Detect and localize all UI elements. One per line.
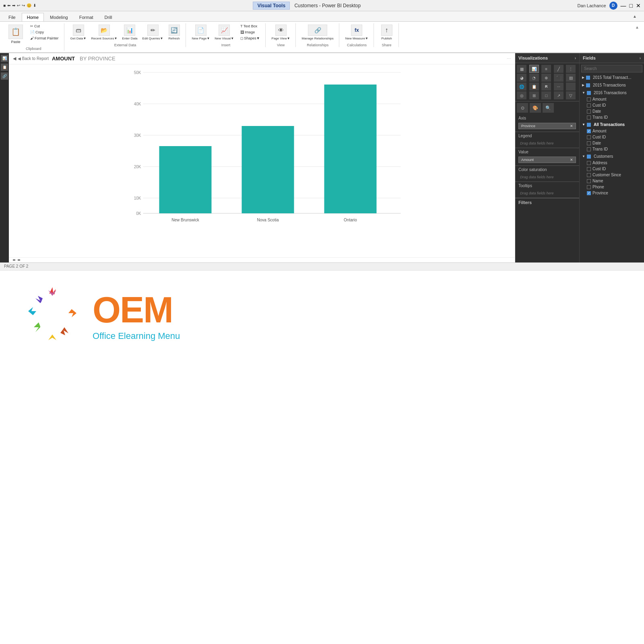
sidebar-icon-relationships[interactable]: 🔗: [1, 72, 8, 80]
field-customers-address[interactable]: Address: [580, 160, 644, 166]
field-group-2016-transactions-header[interactable]: ▼ 2016 Transactions: [580, 89, 644, 96]
field-all-amount[interactable]: ✓ Amount: [580, 128, 644, 134]
field-2016-amount[interactable]: Amount: [580, 96, 644, 102]
viz-ribbon[interactable]: ◕: [517, 74, 526, 82]
format-painter-button[interactable]: 🖌Format Painter: [28, 35, 61, 41]
field-2016-trans-id[interactable]: Trans ID: [580, 114, 644, 120]
field-group-2015-transactions-header[interactable]: ▶ 2015 Transactions: [580, 82, 644, 89]
viz-pie[interactable]: ⬛: [554, 74, 564, 82]
field-group-all-transactions-header[interactable]: ▼ All Transactions: [580, 121, 644, 128]
viz-scatter[interactable]: ⊕: [541, 74, 551, 82]
field-customers-phone-checkbox[interactable]: [587, 185, 591, 189]
field-customers-customer-since-checkbox[interactable]: [587, 173, 591, 177]
analytics-tool[interactable]: 🔍: [543, 103, 554, 113]
back-to-report-button[interactable]: ◀ ◀ Back to Report: [13, 56, 49, 61]
color-saturation-header: Color saturation: [515, 166, 579, 173]
amount-field-pill[interactable]: Amount ✕: [518, 157, 576, 163]
recent-sources-button[interactable]: 📂 Recent Sources▼: [89, 23, 119, 41]
cut-button[interactable]: ✂Cut: [28, 23, 61, 29]
remove-province-icon[interactable]: ✕: [570, 124, 573, 128]
viz-stacked-column[interactable]: ≡: [541, 65, 551, 73]
new-measure-button[interactable]: fx New Measure▼: [343, 23, 370, 41]
field-group-2015-total-header[interactable]: ▶ 2015 Total Transact...: [580, 74, 644, 81]
publish-button[interactable]: ↑ Publish: [379, 23, 395, 41]
sidebar-icon-report[interactable]: 📊: [1, 55, 8, 62]
viz-clustered-bar[interactable]: 📊: [529, 65, 539, 73]
manage-relationships-button[interactable]: 🔗 Manage Relationships: [300, 23, 336, 41]
chart-options-icon[interactable]: ⋯: [507, 56, 511, 61]
maximize-button[interactable]: □: [630, 2, 633, 9]
axis-header: Axis: [515, 114, 579, 122]
minimize-button[interactable]: —: [621, 2, 626, 9]
viz-card[interactable]: □: [541, 91, 551, 99]
field-2016-cust-id-checkbox[interactable]: [587, 103, 591, 107]
field-customers-customer-since[interactable]: Customer Since: [580, 172, 644, 178]
format-tool[interactable]: 🎨: [530, 103, 541, 113]
tab-file[interactable]: File: [3, 13, 21, 21]
enter-data-button[interactable]: 📊 Enter Data: [120, 23, 139, 41]
refresh-button[interactable]: 🔄 Refresh: [166, 23, 182, 41]
tab-format[interactable]: Format: [74, 13, 99, 21]
viz-filled-map[interactable]: ⊞: [529, 91, 539, 99]
viz-donut[interactable]: ▤: [566, 74, 576, 82]
field-customers-cust-id[interactable]: Cust ID: [580, 166, 644, 172]
tab-modeling[interactable]: Modeling: [45, 13, 73, 21]
viz-funnel[interactable]: ▽: [566, 91, 576, 99]
new-page-button[interactable]: 📄 New Page▼: [190, 23, 212, 41]
viz-more[interactable]: ···: [554, 83, 564, 91]
bar-new-brunswick[interactable]: [159, 146, 212, 213]
remove-amount-icon[interactable]: ✕: [570, 158, 573, 162]
field-customers-name[interactable]: Name: [580, 178, 644, 184]
paste-button[interactable]: 📋 Paste: [6, 23, 25, 45]
field-all-cust-id[interactable]: Cust ID: [580, 134, 644, 140]
page-view-button[interactable]: 👁 Page View▼: [270, 23, 292, 41]
copy-button[interactable]: 📄Copy: [28, 29, 61, 35]
expand-icon-2016: ▼: [582, 91, 585, 95]
field-customers-province-checkbox[interactable]: ✓: [587, 191, 591, 195]
field-all-date[interactable]: Date: [580, 140, 644, 146]
edit-queries-button[interactable]: ✏ Edit Queries▼: [140, 23, 165, 41]
sidebar-icon-data[interactable]: 📋: [1, 64, 8, 71]
field-customers-address-checkbox[interactable]: [587, 161, 591, 165]
tab-drill[interactable]: Drill: [99, 13, 118, 21]
get-data-button[interactable]: 🗃 Get Data▼: [68, 23, 89, 41]
field-customers-phone[interactable]: Phone: [580, 184, 644, 190]
text-box-button[interactable]: TText Box: [238, 23, 262, 29]
image-button[interactable]: 🖼Image: [238, 29, 262, 35]
fields-chevron[interactable]: ›: [640, 56, 641, 60]
viz-map[interactable]: 🌐: [517, 83, 526, 91]
viz-stacked-bar[interactable]: ▦: [517, 65, 526, 73]
viz-waterfall[interactable]: ◔: [529, 74, 539, 82]
field-2016-amount-checkbox[interactable]: [587, 97, 591, 101]
bar-nova-scotia[interactable]: [242, 126, 294, 213]
fields-tool[interactable]: ⊙: [517, 103, 528, 113]
field-2016-trans-id-checkbox[interactable]: [587, 116, 591, 120]
field-customers-name-checkbox[interactable]: [587, 179, 591, 183]
tab-home[interactable]: Home: [22, 13, 44, 21]
field-all-date-checkbox[interactable]: [587, 141, 591, 145]
bar-ontario[interactable]: [324, 85, 377, 213]
viz-table[interactable]: 📋: [529, 83, 539, 91]
field-group-customers-header[interactable]: ▼ Customers: [580, 153, 644, 160]
visualizations-chevron[interactable]: ›: [575, 56, 576, 60]
field-2016-date-checkbox[interactable]: [587, 109, 591, 114]
new-visual-button[interactable]: 📈 New Visual▼: [213, 23, 236, 41]
visual-tools-badge: Visual Tools: [253, 2, 290, 10]
field-customers-cust-id-checkbox[interactable]: [587, 167, 591, 171]
viz-line[interactable]: ╱: [554, 65, 564, 73]
province-field-pill[interactable]: Province ✕: [518, 123, 576, 129]
field-customers-province[interactable]: ✓ Province: [580, 190, 644, 196]
viz-r[interactable]: R: [541, 83, 551, 91]
field-2016-date[interactable]: Date: [580, 108, 644, 114]
shapes-button[interactable]: ◻Shapes▼: [238, 35, 262, 41]
close-button[interactable]: ✕: [636, 2, 641, 9]
field-all-trans-id[interactable]: Trans ID: [580, 146, 644, 152]
field-all-amount-checkbox[interactable]: ✓: [587, 129, 591, 133]
field-all-cust-id-checkbox[interactable]: [587, 135, 591, 139]
viz-gauge[interactable]: ◎: [517, 91, 526, 99]
viz-area[interactable]: ⋮: [566, 65, 576, 73]
viz-kpi[interactable]: ↗: [554, 91, 564, 99]
field-2016-cust-id[interactable]: Cust ID: [580, 102, 644, 108]
field-all-trans-id-checkbox[interactable]: [587, 147, 591, 151]
fields-search-input[interactable]: [581, 65, 642, 72]
